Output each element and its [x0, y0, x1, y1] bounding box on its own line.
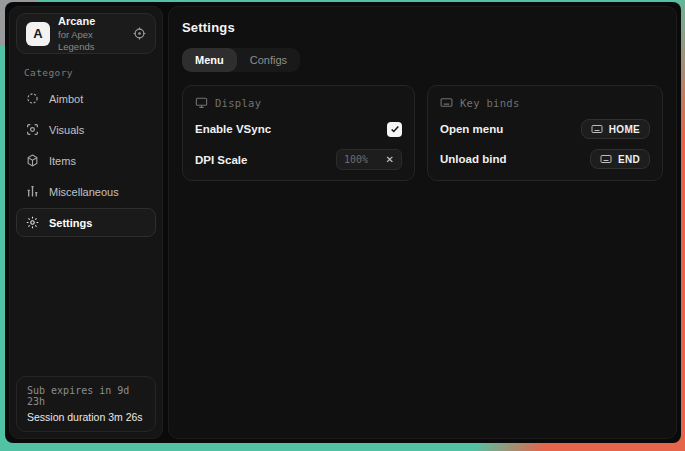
monitor-icon — [195, 96, 208, 109]
bars-icon — [26, 185, 39, 198]
open-menu-label: Open menu — [440, 123, 503, 135]
keybind-value: HOME — [609, 124, 640, 135]
subscription-info-card: Sub expires in 9d 23h Session duration 3… — [16, 376, 156, 432]
tab-group: Menu Configs — [182, 48, 300, 72]
scan-eye-icon — [26, 123, 39, 136]
display-card-header: Display — [195, 96, 402, 109]
unload-keybind[interactable]: END — [590, 149, 650, 169]
dpi-value: 100% — [344, 154, 368, 165]
sidebar-item-label: Visuals — [49, 124, 84, 136]
keyboard-icon — [600, 153, 612, 165]
sidebar-item-visuals[interactable]: Visuals — [16, 115, 156, 144]
category-label: Category — [24, 67, 156, 78]
dpi-row: DPI Scale 100% ✕ — [195, 149, 402, 170]
sidebar-item-label: Items — [49, 155, 76, 167]
sidebar-item-label: Aimbot — [49, 93, 83, 105]
keybinds-card-header: Key binds — [440, 96, 650, 109]
app-logo: A — [26, 22, 50, 46]
vsync-label: Enable VSync — [195, 123, 271, 135]
sub-expires-text: Sub expires in 9d 23h — [27, 385, 145, 407]
reticle-icon[interactable] — [133, 27, 146, 40]
display-card: Display Enable VSync DPI Scale 100% ✕ — [182, 85, 415, 181]
session-duration-text: Session duration 3m 26s — [27, 411, 145, 423]
app-subtitle: for Apex Legends — [58, 29, 125, 52]
dpi-label: DPI Scale — [195, 154, 247, 166]
sidebar-item-aimbot[interactable]: Aimbot — [16, 84, 156, 113]
vsync-row: Enable VSync — [195, 119, 402, 139]
clear-icon[interactable]: ✕ — [386, 155, 394, 165]
keyboard-icon — [440, 96, 453, 109]
tab-menu[interactable]: Menu — [182, 48, 237, 72]
crosshair-icon — [26, 92, 39, 105]
keybind-value: END — [618, 154, 640, 165]
open-menu-row: Open menu HOME — [440, 119, 650, 139]
tab-configs[interactable]: Configs — [237, 48, 300, 72]
sidebar: A Arcane for Apex Legends Category Aimbo… — [9, 6, 163, 439]
gear-icon — [26, 216, 39, 229]
sidebar-item-label: Miscellaneous — [49, 186, 119, 198]
sidebar-item-settings[interactable]: Settings — [16, 208, 156, 237]
dpi-scale-input[interactable]: 100% ✕ — [336, 149, 402, 170]
keybinds-card: Key binds Open menu HOME Unload bin — [427, 85, 663, 181]
sidebar-item-label: Settings — [49, 217, 92, 229]
open-menu-keybind[interactable]: HOME — [581, 119, 650, 139]
page-title: Settings — [182, 20, 663, 35]
sidebar-item-miscellaneous[interactable]: Miscellaneous — [16, 177, 156, 206]
display-card-title: Display — [215, 97, 261, 109]
brand-text: Arcane for Apex Legends — [58, 15, 125, 52]
brand-card[interactable]: A Arcane for Apex Legends — [16, 13, 156, 54]
keybinds-card-title: Key binds — [460, 97, 520, 109]
check-icon — [390, 124, 400, 134]
sidebar-item-items[interactable]: Items — [16, 146, 156, 175]
cube-icon — [26, 154, 39, 167]
keyboard-icon — [591, 123, 603, 135]
app-window: A Arcane for Apex Legends Category Aimbo… — [5, 2, 681, 443]
unload-bind-row: Unload bind END — [440, 149, 650, 169]
vsync-checkbox[interactable] — [387, 122, 402, 137]
unload-bind-label: Unload bind — [440, 153, 506, 165]
app-title: Arcane — [58, 15, 125, 28]
cards-row: Display Enable VSync DPI Scale 100% ✕ — [182, 85, 663, 181]
main-panel: Settings Menu Configs Display Enable — [168, 6, 677, 439]
